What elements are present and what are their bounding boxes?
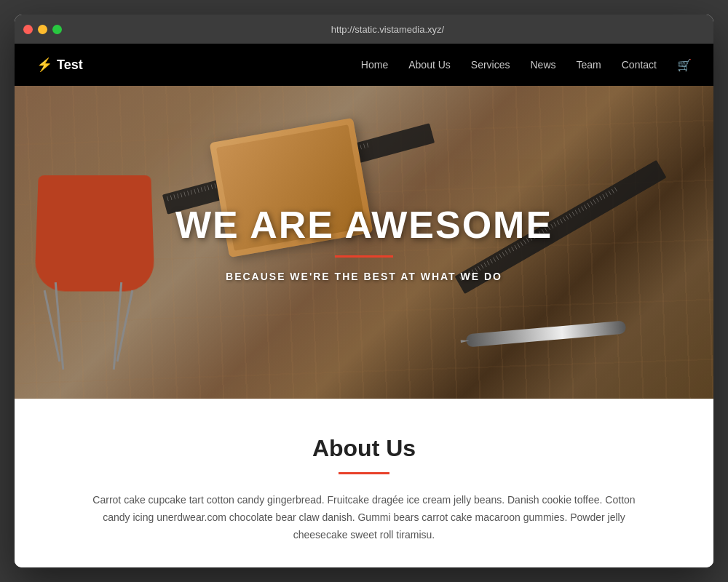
about-title: About Us bbox=[73, 435, 655, 462]
maximize-button[interactable] bbox=[52, 25, 62, 34]
url-text: http://static.vistamedia.xyz/ bbox=[331, 24, 444, 35]
nav-link-about[interactable]: About Us bbox=[408, 59, 451, 71]
nav-item-cart[interactable]: 🛒 bbox=[677, 58, 692, 72]
navbar: ⚡ Test Home About Us Services News Team bbox=[15, 44, 713, 86]
hero-section: WE ARE AWESOME BECAUSE WE'RE THE BEST AT… bbox=[15, 86, 713, 399]
nav-item-team[interactable]: Team bbox=[577, 58, 601, 71]
browser-window: http://static.vistamedia.xyz/ ⚡ Test Hom… bbox=[15, 15, 713, 567]
window-buttons bbox=[23, 25, 62, 34]
close-button[interactable] bbox=[23, 25, 33, 34]
about-section: About Us Carrot cake cupcake tart cotton… bbox=[15, 399, 713, 567]
hero-title: WE ARE AWESOME bbox=[175, 203, 553, 247]
about-divider bbox=[339, 472, 389, 474]
bolt-icon: ⚡ bbox=[36, 57, 52, 73]
nav-item-about[interactable]: About Us bbox=[408, 58, 451, 71]
hero-content: WE ARE AWESOME BECAUSE WE'RE THE BEST AT… bbox=[15, 86, 713, 399]
nav-link-home[interactable]: Home bbox=[361, 59, 388, 71]
brand-name: Test bbox=[57, 57, 83, 73]
hero-divider bbox=[335, 255, 393, 258]
nav-link-contact[interactable]: Contact bbox=[622, 59, 657, 71]
brand[interactable]: ⚡ Test bbox=[36, 57, 83, 73]
nav-item-news[interactable]: News bbox=[531, 58, 556, 71]
nav-link-services[interactable]: Services bbox=[471, 59, 510, 71]
minimize-button[interactable] bbox=[38, 25, 47, 34]
nav-item-services[interactable]: Services bbox=[471, 58, 510, 71]
nav-item-home[interactable]: Home bbox=[361, 58, 388, 71]
nav-links: Home About Us Services News Team Contact bbox=[361, 58, 692, 72]
title-bar: http://static.vistamedia.xyz/ bbox=[15, 15, 713, 44]
nav-link-news[interactable]: News bbox=[531, 59, 556, 71]
hero-subtitle: BECAUSE WE'RE THE BEST AT WHAT WE DO bbox=[226, 271, 502, 282]
nav-item-contact[interactable]: Contact bbox=[622, 58, 657, 71]
cart-icon[interactable]: 🛒 bbox=[677, 59, 692, 71]
nav-link-team[interactable]: Team bbox=[577, 59, 601, 71]
address-bar[interactable]: http://static.vistamedia.xyz/ bbox=[71, 24, 705, 35]
site-content: ⚡ Test Home About Us Services News Team bbox=[15, 44, 713, 567]
about-body: Carrot cake cupcake tart cotton candy gi… bbox=[87, 492, 641, 543]
